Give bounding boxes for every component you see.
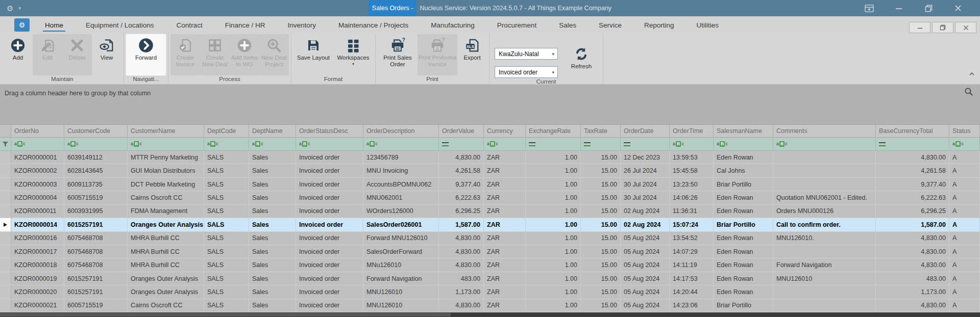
table-cell[interactable]: 13:23:50	[670, 178, 714, 191]
table-cell[interactable]: KZOR0000021	[11, 299, 64, 312]
table-cell[interactable]: Invoiced order	[296, 178, 363, 191]
table-cell[interactable]: 15:45:58	[670, 164, 714, 177]
table-cell[interactable]: 6015257191	[64, 218, 128, 231]
table-cell[interactable]: Invoiced order	[296, 164, 363, 177]
export-button[interactable]: XLS Export	[457, 34, 487, 75]
table-cell[interactable]: 6015257191	[64, 285, 128, 298]
column-header-orderstatusdesc[interactable]: OrderStatusDesc	[296, 125, 363, 137]
table-row[interactable]: KZOR00000186075468708MHRA Burhill CCSALS…	[0, 258, 980, 272]
table-cell[interactable]: Eden Rowan	[714, 151, 773, 164]
table-cell[interactable]: Eden Rowan	[714, 258, 773, 271]
table-cell[interactable]: SALS	[204, 164, 249, 177]
table-row[interactable]: KZOR00000036009113735DCT Pebble Marketin…	[0, 178, 980, 191]
table-cell[interactable]: A	[949, 218, 980, 231]
table-cell[interactable]: A	[949, 245, 980, 258]
order-status-dropdown[interactable]: Invoiced order ▾	[495, 66, 558, 78]
table-cell[interactable]: KZOR0000017	[11, 245, 64, 258]
table-cell[interactable]: MNU Invoicing	[363, 164, 439, 177]
table-cell[interactable]: 6,222.63	[876, 191, 949, 204]
table-cell[interactable]: SALS	[204, 232, 249, 245]
table-cell[interactable]: DCT Pebble Marketing	[128, 178, 204, 191]
table-cell[interactable]: SALS	[204, 218, 249, 231]
table-cell[interactable]: A	[949, 299, 980, 312]
table-cell[interactable]: A	[949, 285, 980, 298]
table-cell[interactable]: Sales	[249, 232, 296, 245]
table-cell[interactable]: 05 Aug 2024	[621, 245, 670, 258]
table-cell[interactable]: Sales	[249, 191, 296, 204]
table-cell[interactable]: 6028143645	[64, 164, 128, 177]
table-cell[interactable]: Eden Rowan	[714, 191, 773, 204]
filter-cell-basecurrencytotal[interactable]	[876, 138, 949, 150]
child-close-icon[interactable]	[955, 22, 976, 33]
table-cell[interactable]: 1.00	[526, 299, 581, 312]
minimize-icon[interactable]	[884, 0, 914, 16]
table-cell[interactable]: A	[949, 205, 980, 218]
table-cell[interactable]: ZAR	[484, 191, 526, 204]
table-cell[interactable]: 14:23:06	[670, 299, 714, 312]
tab-contract[interactable]: Contract	[165, 16, 214, 34]
table-cell[interactable]: 6,296.25	[439, 205, 484, 218]
column-header-taxrate[interactable]: TaxRate	[581, 125, 621, 137]
table-row[interactable]: KZOR00000146015257191Oranges Outer Analy…	[0, 218, 980, 231]
table-cell[interactable]: A	[949, 232, 980, 245]
table-cell[interactable]: 6039149112	[64, 151, 128, 164]
table-cell[interactable]: 15.00	[581, 258, 621, 271]
table-cell[interactable]: 1.00	[526, 151, 581, 164]
table-cell[interactable]: Sales	[249, 285, 296, 298]
forward-button[interactable]: Forward	[126, 34, 166, 75]
filter-cell-currency[interactable]: aBc	[484, 138, 526, 150]
table-cell[interactable]: 4,830.00	[876, 258, 949, 271]
table-cell[interactable]: 11:36:31	[670, 205, 714, 218]
table-cell[interactable]: 15.00	[581, 299, 621, 312]
table-cell[interactable]: 4,830.00	[439, 232, 484, 245]
table-cell[interactable]: 1,587.00	[439, 218, 484, 231]
table-cell[interactable]: AccountsBPOMNU062	[363, 178, 439, 191]
region-dropdown[interactable]: KwaZulu-Natal ▾	[495, 48, 558, 60]
table-cell[interactable]: KZOR0000020	[11, 285, 64, 298]
table-cell[interactable]: Invoiced order	[296, 205, 363, 218]
table-cell[interactable]: SalesOrder026001	[363, 218, 439, 231]
table-cell[interactable]: 02 Aug 2024	[621, 205, 670, 218]
filter-cell-comments[interactable]: aBc	[773, 138, 876, 150]
table-cell[interactable]: KZOR0000018	[11, 258, 64, 271]
column-header-ordervalue[interactable]: OrderValue	[439, 125, 484, 137]
table-cell[interactable]: 483.00	[439, 272, 484, 285]
table-cell[interactable]: 15.00	[581, 232, 621, 245]
table-cell[interactable]: MNU126010	[363, 285, 439, 298]
table-cell[interactable]: 15.00	[581, 245, 621, 258]
table-cell[interactable]: Sales	[249, 272, 296, 285]
table-cell[interactable]: KZOR0000003	[11, 178, 64, 191]
table-cell[interactable]: 15.00	[581, 272, 621, 285]
table-cell[interactable]: 4,830.00	[439, 151, 484, 164]
add-button[interactable]: Add	[3, 34, 33, 75]
table-cell[interactable]: 9,377.40	[439, 178, 484, 191]
table-row[interactable]: KZOR00000116003931995FDMA ManagementSALS…	[0, 205, 980, 218]
tab-utilities[interactable]: Utilities	[685, 16, 730, 34]
column-header-ordertime[interactable]: OrderTime	[670, 125, 714, 137]
table-cell[interactable]: 6075468708	[64, 245, 128, 258]
table-cell[interactable]: Invoiced order	[296, 151, 363, 164]
table-cell[interactable]: Cairns Oscroft CC	[128, 299, 204, 312]
column-header-deptcode[interactable]: DeptCode	[204, 125, 249, 137]
table-cell[interactable]: KZOR0000019	[11, 272, 64, 285]
filter-cell-exchangerate[interactable]	[526, 138, 581, 150]
table-cell[interactable]: A	[949, 178, 980, 191]
table-cell[interactable]: 1.00	[526, 285, 581, 298]
filter-cell-orderdescription[interactable]: aBc	[363, 138, 439, 150]
table-cell[interactable]: 6005715519	[64, 191, 128, 204]
table-cell[interactable]: Oranges Outer Analysis	[128, 272, 204, 285]
table-cell[interactable]: 05 Aug 2024	[621, 232, 670, 245]
search-icon[interactable]	[964, 87, 973, 98]
table-cell[interactable]: SALS	[204, 178, 249, 191]
column-header-exchangerate[interactable]: ExchangeRate	[526, 125, 581, 137]
child-restore-icon[interactable]	[932, 22, 953, 33]
table-cell[interactable]: KZOR0000001	[11, 151, 64, 164]
table-cell[interactable]: 6015257191	[64, 272, 128, 285]
table-cell[interactable]: Sales	[249, 218, 296, 231]
table-cell[interactable]: SALS	[204, 285, 249, 298]
table-cell[interactable]: MHRA Burhill CC	[128, 245, 204, 258]
table-cell[interactable]: ZAR	[484, 164, 526, 177]
table-cell[interactable]: Eden Rowan	[714, 232, 773, 245]
table-cell[interactable]: ZAR	[484, 258, 526, 271]
filter-cell-orderstatusdesc[interactable]: aBc	[296, 138, 363, 150]
